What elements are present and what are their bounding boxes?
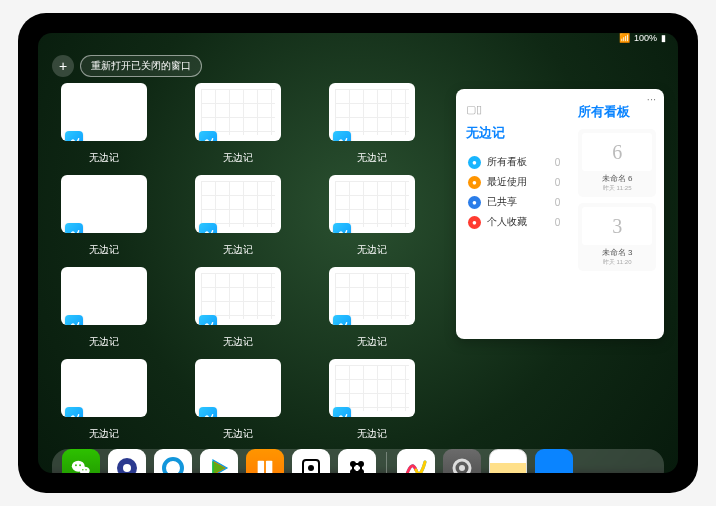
reopen-closed-window-button[interactable]: 重新打开已关闭的窗口 (80, 55, 202, 77)
sidebar-item[interactable]: ●所有看板0 (466, 152, 562, 172)
svg-point-5 (85, 469, 86, 470)
board-name: 未命名 6 (602, 173, 633, 184)
ipad-device: 📶 100% ▮ + 重新打开已关闭的窗口 无边记无边记无边记无边记无边记无边记… (18, 13, 698, 493)
freeform-app-icon (65, 131, 83, 141)
sidebar-item-icon: ● (468, 196, 481, 209)
add-window-button[interactable]: + (52, 55, 74, 77)
window-thumbnail[interactable]: 无边记 (186, 83, 290, 165)
svg-rect-10 (266, 461, 272, 473)
freeform-app-icon (65, 407, 83, 417)
panel-title: 无边记 (466, 124, 562, 142)
stage: 无边记无边记无边记无边记无边记无边记无边记无边记无边记无边记无边记无边记 ···… (38, 43, 678, 449)
freeform-app-icon (199, 131, 217, 141)
svg-point-3 (79, 464, 81, 466)
svg-point-4 (82, 469, 83, 470)
freeform-app-icon (333, 223, 351, 233)
freeform-app-icon (333, 315, 351, 325)
notes-app-icon[interactable] (489, 449, 527, 473)
app-library-icon[interactable] (535, 449, 573, 473)
window-thumbnail[interactable]: 无边记 (320, 175, 424, 257)
svg-rect-9 (258, 461, 264, 473)
board-card[interactable]: 6未命名 6昨天 11:25 (578, 129, 656, 197)
sidebar-item-icon: ● (468, 216, 481, 229)
window-preview (61, 359, 147, 417)
sidebar-item-label: 个人收藏 (487, 215, 549, 229)
window-preview (61, 83, 147, 141)
books-app-icon[interactable] (246, 449, 284, 473)
window-thumbnail[interactable]: 无边记 (320, 83, 424, 165)
window-thumbnail[interactable]: 无边记 (52, 359, 156, 441)
panel-sidebar: ▢▯ 无边记 ●所有看板0●最近使用0●已共享0●个人收藏0 (456, 89, 570, 339)
sidebar-item[interactable]: ●个人收藏0 (466, 212, 562, 232)
window-preview (195, 175, 281, 233)
window-preview (329, 359, 415, 417)
sidebar-item-count: 0 (555, 157, 561, 168)
freeform-app-icon (199, 223, 217, 233)
app-icon[interactable] (338, 449, 376, 473)
sidebar-item-count: 0 (555, 217, 561, 228)
sidebar-item-count: 0 (555, 197, 561, 208)
sidebar-toggle-icon[interactable]: ▢▯ (466, 103, 562, 116)
window-thumbnail[interactable]: 无边记 (320, 359, 424, 441)
thumbnail-label: 无边记 (223, 151, 253, 165)
status-bar: 📶 100% ▮ (38, 33, 678, 43)
qqbrowser-app-icon[interactable] (154, 449, 192, 473)
window-thumbnail[interactable]: 无边记 (52, 83, 156, 165)
thumbnail-label: 无边记 (89, 335, 119, 349)
app-icon[interactable] (292, 449, 330, 473)
screen: 📶 100% ▮ + 重新打开已关闭的窗口 无边记无边记无边记无边记无边记无边记… (38, 33, 678, 473)
wifi-icon: 📶 (619, 33, 630, 43)
window-preview (61, 267, 147, 325)
sidebar-item-count: 0 (555, 177, 561, 188)
battery-percent: 100% (634, 33, 657, 43)
window-thumbnail[interactable]: 无边记 (186, 267, 290, 349)
battery-icon: ▮ (661, 33, 666, 43)
freeform-app-icon (333, 407, 351, 417)
tencent-video-app-icon[interactable] (200, 449, 238, 473)
window-thumbnails-grid: 无边记无边记无边记无边记无边记无边记无边记无边记无边记无边记无边记无边记 (52, 83, 444, 441)
board-name: 未命名 3 (602, 247, 633, 258)
thumbnail-label: 无边记 (357, 243, 387, 257)
dock-divider (386, 452, 387, 473)
window-thumbnail[interactable]: 无边记 (186, 359, 290, 441)
svg-point-22 (459, 465, 465, 471)
window-preview (329, 83, 415, 141)
board-time: 昨天 11:25 (603, 184, 632, 193)
sidebar-item-icon: ● (468, 156, 481, 169)
window-preview (195, 359, 281, 417)
sidebar-item-icon: ● (468, 176, 481, 189)
sidebar-item-label: 已共享 (487, 195, 549, 209)
window-preview (61, 175, 147, 233)
wechat-app-icon[interactable] (62, 449, 100, 473)
svg-point-2 (75, 464, 77, 466)
svg-rect-20 (360, 464, 362, 472)
window-preview (195, 83, 281, 141)
quark-app-icon[interactable] (108, 449, 146, 473)
settings-app-icon[interactable] (443, 449, 481, 473)
sidebar-item-label: 最近使用 (487, 175, 549, 189)
freeform-app-icon[interactable] (397, 449, 435, 473)
board-thumbnail: 6 (582, 133, 652, 171)
freeform-app-icon (333, 131, 351, 141)
dock (52, 449, 664, 473)
sidebar-item[interactable]: ●最近使用0 (466, 172, 562, 192)
thumbnail-label: 无边记 (223, 243, 253, 257)
window-thumbnail[interactable]: 无边记 (52, 267, 156, 349)
panel-more-icon[interactable]: ··· (647, 93, 656, 105)
window-thumbnail[interactable]: 无边记 (186, 175, 290, 257)
thumbnail-label: 无边记 (89, 243, 119, 257)
svg-point-12 (308, 465, 314, 471)
board-thumbnail: 3 (582, 207, 652, 245)
freeform-app-panel[interactable]: ··· ▢▯ 无边记 ●所有看板0●最近使用0●已共享0●个人收藏0 所有看板 … (456, 89, 664, 339)
thumbnail-label: 无边记 (223, 427, 253, 441)
board-card[interactable]: 3未命名 3昨天 11:20 (578, 203, 656, 271)
sidebar-item[interactable]: ●已共享0 (466, 192, 562, 212)
window-preview (195, 267, 281, 325)
top-controls: + 重新打开已关闭的窗口 (52, 55, 202, 77)
window-thumbnail[interactable]: 无边记 (52, 175, 156, 257)
freeform-app-icon (65, 223, 83, 233)
thumbnail-label: 无边记 (357, 335, 387, 349)
window-thumbnail[interactable]: 无边记 (320, 267, 424, 349)
svg-rect-19 (352, 464, 354, 472)
thumbnail-label: 无边记 (89, 151, 119, 165)
